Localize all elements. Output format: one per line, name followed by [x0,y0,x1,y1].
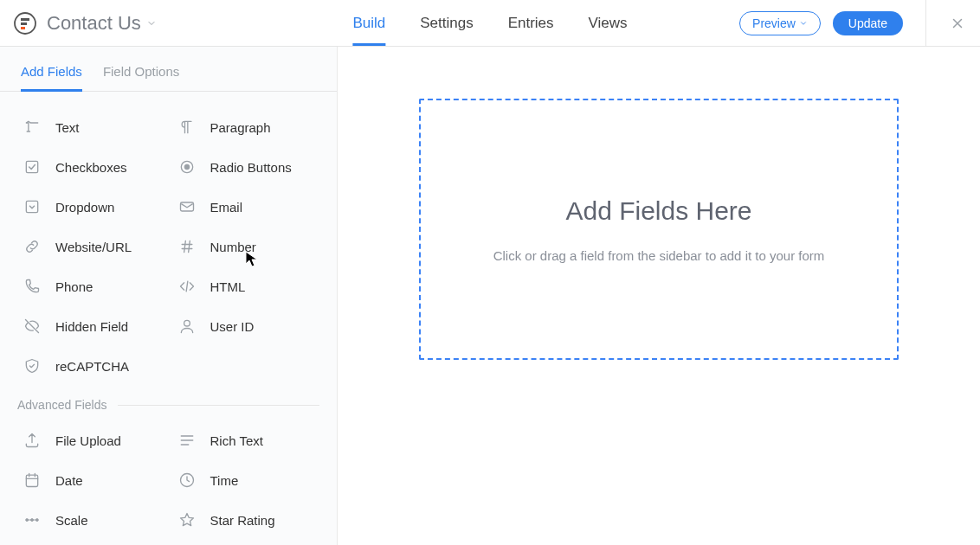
sidebar-tabs: Add Fields Field Options [0,47,337,92]
field-item-label: Scale [55,513,88,528]
dropzone[interactable]: Add Fields Here Click or drag a field fr… [419,99,899,360]
svg-rect-13 [21,22,27,25]
tab-build[interactable]: Build [352,0,385,46]
field-item-text[interactable]: Text [17,107,165,147]
divider [925,0,926,47]
field-item-label: Date [55,473,83,488]
field-item-label: Checkboxes [55,160,127,175]
form-canvas: Add Fields Here Click or drag a field fr… [338,47,980,545]
fields-list: TextParagraphCheckboxesRadio ButtonsDrop… [0,92,337,540]
hash-icon [176,235,198,258]
form-title-dropdown[interactable]: Contact Us [47,12,157,35]
phone-icon [21,275,43,298]
user-icon [176,315,198,337]
email-icon [176,196,198,218]
close-icon [950,16,965,31]
field-item-label: Radio Buttons [210,160,292,175]
field-item-hidden[interactable]: Hidden Field [17,306,165,346]
field-item-label: HTML [210,279,246,294]
field-item-email[interactable]: Email [172,187,320,227]
main-tabs: Build Settings Entries Views [352,0,627,46]
field-item-label: Text [55,120,80,135]
form-title: Contact Us [47,12,141,35]
link-icon [21,235,43,258]
field-item-radio[interactable]: Radio Buttons [172,147,320,187]
field-item-label: File Upload [55,433,121,448]
field-item-time[interactable]: Time [172,460,320,500]
app-logo-icon [14,12,36,35]
update-button[interactable]: Update [833,11,903,35]
tab-views[interactable]: Views [589,0,628,46]
radio-icon [176,156,198,178]
field-item-richtext[interactable]: Rich Text [172,420,320,460]
field-item-date[interactable]: Date [17,460,165,500]
field-item-dropdown[interactable]: Dropdown [17,187,165,227]
text-icon [21,116,43,138]
field-item-checkboxes[interactable]: Checkboxes [17,147,165,187]
svg-rect-12 [21,18,29,21]
hidden-icon [21,315,43,337]
field-item-label: Phone [55,279,93,294]
checkbox-icon [21,156,43,178]
field-item-label: User ID [210,319,255,334]
calendar-icon [21,469,43,491]
scale-icon [21,509,43,531]
field-item-userid[interactable]: User ID [172,306,320,346]
topbar-actions: Preview Update [739,0,966,47]
star-icon [176,509,198,531]
caret-down-icon [799,19,808,28]
field-item-fileupload[interactable]: File Upload [17,420,165,460]
dropzone-subtitle: Click or drag a field from the sidebar t… [493,248,825,263]
dropzone-title: Add Fields Here [565,196,751,226]
field-item-number[interactable]: Number [172,227,320,266]
field-item-label: Time [210,473,239,488]
caret-down-icon [146,18,157,29]
field-item-label: Star Rating [210,513,275,528]
dropdown-icon [21,196,43,218]
main-area: Add Fields Field Options TextParagraphCh… [0,47,980,545]
field-item-label: Email [210,200,243,215]
paragraph-icon [176,116,198,138]
sidebar: Add Fields Field Options TextParagraphCh… [0,47,338,545]
field-item-label: Paragraph [210,120,271,135]
close-button[interactable] [949,15,966,32]
shield-icon [21,355,43,377]
field-item-paragraph[interactable]: Paragraph [172,107,320,147]
svg-rect-14 [21,27,25,29]
field-item-label: Website/URL [55,240,132,254]
tab-entries[interactable]: Entries [508,0,554,46]
field-item-scale[interactable]: Scale [17,500,165,540]
sidebar-tab-field-options[interactable]: Field Options [103,64,179,91]
field-item-recaptcha[interactable]: reCAPTCHA [17,346,165,386]
advanced-fields-label: Advanced Fields [17,398,118,412]
field-item-label: reCAPTCHA [55,359,129,374]
field-item-starrating[interactable]: Star Rating [172,500,320,540]
field-item-html[interactable]: HTML [172,266,320,306]
preview-button[interactable]: Preview [739,11,821,35]
topbar: Contact Us Build Settings Entries Views … [0,0,980,47]
clock-icon [176,469,198,491]
code-icon [176,275,198,298]
tab-settings[interactable]: Settings [420,0,473,46]
sidebar-tab-add-fields[interactable]: Add Fields [21,64,82,91]
field-item-label: Hidden Field [55,319,128,334]
richtext-icon [176,429,198,452]
field-item-label: Rich Text [210,433,263,448]
field-item-label: Number [210,240,256,254]
upload-icon [21,429,43,452]
field-item-phone[interactable]: Phone [17,266,165,306]
field-item-url[interactable]: Website/URL [17,227,165,266]
section-divider: Advanced Fields [17,398,319,412]
field-item-label: Dropdown [55,200,114,215]
